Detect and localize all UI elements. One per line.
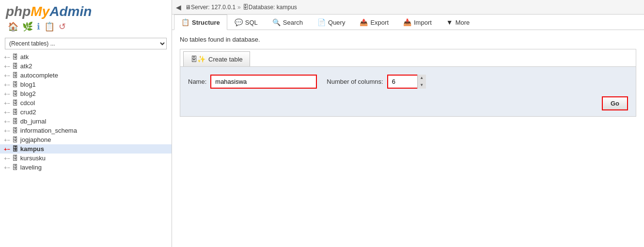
home-icon[interactable]: 🏠 bbox=[8, 21, 18, 32]
main-content: ◀ 🖥 Server: 127.0.0.1 » 🗄 Database: kamp… bbox=[172, 0, 644, 247]
sidebar-item-kursusku[interactable]: +− 🗄 kursusku bbox=[0, 154, 172, 163]
expand-icon: +− bbox=[4, 82, 10, 88]
create-table-icon: 🗄✨ bbox=[190, 55, 205, 63]
sidebar-item-information-schema[interactable]: +− 🗄 information_schema bbox=[0, 126, 172, 135]
logo-area: phpMyAdmin 🏠 🌿 ℹ 📋 ↺ bbox=[0, 0, 172, 35]
tab-sql-label: SQL bbox=[245, 19, 258, 26]
db-icon: 🗄 bbox=[12, 154, 18, 162]
sidebar-item-db-jurnal[interactable]: +− 🗄 db_jurnal bbox=[0, 117, 172, 126]
logo-php: php bbox=[6, 4, 31, 19]
topbar: ◀ 🖥 Server: 127.0.0.1 » 🗄 Database: kamp… bbox=[172, 0, 644, 15]
back-button[interactable]: ◀ bbox=[176, 3, 181, 11]
sidebar-item-label: blog2 bbox=[20, 90, 36, 97]
sidebar-item-blog1[interactable]: +− 🗄 blog1 bbox=[0, 80, 172, 89]
db-icon: 🗄 bbox=[12, 127, 18, 134]
form-row: Name: Number of columns: ▲ ▼ bbox=[188, 75, 628, 89]
database-icon: 🗄 bbox=[243, 4, 249, 11]
expand-icon: +− bbox=[4, 155, 10, 161]
sidebar-item-label: kampus bbox=[20, 145, 44, 153]
tab-import-label: Import bbox=[414, 19, 432, 26]
tab-search[interactable]: 🔍 Search bbox=[265, 15, 310, 30]
expand-icon: +− bbox=[4, 165, 10, 170]
tab-search-label: Search bbox=[283, 19, 303, 26]
expand-icon: +− bbox=[4, 109, 10, 115]
columns-spinner: ▲ ▼ bbox=[417, 75, 426, 89]
sql-tab-icon: 💬 bbox=[235, 18, 243, 26]
go-button[interactable]: Go bbox=[602, 96, 628, 110]
page-content: No tables found in database. 🗄✨ Create t… bbox=[172, 30, 644, 247]
sidebar-item-crud2[interactable]: +− 🗄 crud2 bbox=[0, 108, 172, 117]
search-tab-icon: 🔍 bbox=[272, 18, 281, 26]
tab-export[interactable]: 📤 Export bbox=[352, 15, 396, 30]
sidebar-item-label: cdcol bbox=[20, 99, 35, 107]
tab-structure-label: Structure bbox=[192, 19, 220, 26]
db-icon: 🗄 bbox=[12, 72, 18, 79]
sidebar-item-label: atk2 bbox=[20, 62, 32, 70]
tab-export-label: Export bbox=[370, 19, 389, 26]
create-table-button[interactable]: 🗄✨ Create table bbox=[183, 51, 250, 66]
expand-icon: +− bbox=[4, 128, 10, 134]
sidebar-item-label: blog1 bbox=[20, 81, 36, 88]
tab-query[interactable]: 📄 Query bbox=[310, 15, 352, 30]
sidebar-item-laveling[interactable]: +− 🗄 laveling bbox=[0, 163, 172, 172]
db-icon: 🗄 bbox=[12, 90, 18, 97]
expand-icon: +− bbox=[4, 54, 10, 60]
import-tab-icon: 📥 bbox=[403, 18, 411, 26]
db-icon: 🗄 bbox=[12, 145, 18, 153]
expand-icon: +− bbox=[4, 63, 10, 69]
sidebar-item-autocomplete[interactable]: +− 🗄 autocomplete bbox=[0, 71, 172, 80]
sidebar-item-atk[interactable]: +− 🗄 atk bbox=[0, 52, 172, 62]
server-icon: 🖥 bbox=[185, 4, 191, 11]
columns-spinner-wrap: ▲ ▼ bbox=[387, 75, 426, 89]
sidebar-item-label: atk bbox=[20, 53, 29, 61]
sidebar-item-label: information_schema bbox=[20, 127, 77, 134]
info-icon[interactable]: ℹ bbox=[37, 21, 40, 32]
sidebar-item-blog2[interactable]: +− 🗄 blog2 bbox=[0, 89, 172, 98]
db-icon: 🗄 bbox=[12, 62, 18, 70]
expand-icon: +− bbox=[4, 91, 10, 97]
columns-decrement[interactable]: ▼ bbox=[418, 82, 426, 89]
tab-sql[interactable]: 💬 SQL bbox=[227, 15, 265, 30]
path-separator: » bbox=[237, 4, 241, 11]
logo: phpMyAdmin bbox=[6, 5, 166, 18]
create-table-box: 🗄✨ Create table Name: Number of columns: bbox=[180, 49, 636, 117]
sidebar-item-atk2[interactable]: +− 🗄 atk2 bbox=[0, 62, 172, 71]
expand-icon: +− bbox=[4, 100, 10, 106]
sidebar-item-label: laveling bbox=[20, 164, 42, 171]
structure-tab-icon: 📋 bbox=[181, 18, 189, 26]
tab-import[interactable]: 📥 Import bbox=[396, 15, 439, 30]
name-input[interactable] bbox=[210, 75, 317, 89]
no-tables-message: No tables found in database. bbox=[180, 36, 636, 43]
leaf-icon[interactable]: 🌿 bbox=[22, 21, 33, 32]
query-tab-icon: 📄 bbox=[317, 18, 326, 26]
name-label: Name: bbox=[188, 78, 206, 85]
expand-icon: +− bbox=[4, 73, 10, 78]
sidebar-item-jogjaphone[interactable]: +− 🗄 jogjaphone bbox=[0, 135, 172, 144]
export-tab-icon: 📤 bbox=[360, 18, 368, 26]
db-icon: 🗄 bbox=[12, 81, 18, 88]
tab-structure[interactable]: 📋 Structure bbox=[174, 15, 227, 30]
columns-increment[interactable]: ▲ bbox=[418, 75, 426, 82]
db-icon: 🗄 bbox=[12, 136, 18, 143]
expand-icon: +− bbox=[4, 146, 10, 152]
db-icon: 🗄 bbox=[12, 164, 18, 171]
expand-icon: +− bbox=[4, 137, 10, 143]
sidebar-item-kampus[interactable]: +− 🗄 kampus bbox=[0, 144, 172, 154]
sidebar-item-label: crud2 bbox=[20, 108, 36, 116]
sidebar-item-label: db_jurnal bbox=[20, 118, 47, 125]
sidebar-item-cdcol[interactable]: +− 🗄 cdcol bbox=[0, 98, 172, 108]
recent-tables-select[interactable]: (Recent tables) ... bbox=[5, 38, 167, 49]
refresh-icon[interactable]: ↺ bbox=[59, 21, 66, 32]
create-table-body: Name: Number of columns: ▲ ▼ bbox=[180, 67, 636, 116]
tab-more[interactable]: ▼ More bbox=[439, 15, 477, 30]
more-tab-icon: ▼ bbox=[446, 18, 453, 26]
sidebar-item-label: kursusku bbox=[20, 154, 46, 162]
form-footer-row: Go bbox=[188, 96, 628, 110]
copy-icon[interactable]: 📋 bbox=[44, 21, 55, 32]
columns-field: Number of columns: ▲ ▼ bbox=[327, 75, 425, 89]
create-table-label: Create table bbox=[208, 56, 243, 63]
db-icon: 🗄 bbox=[12, 99, 18, 107]
create-table-header: 🗄✨ Create table bbox=[180, 49, 636, 67]
sidebar-scroll: +− 🗄 atk +− 🗄 atk2 +− 🗄 autocomplete +− … bbox=[0, 52, 172, 247]
tab-query-label: Query bbox=[328, 19, 345, 26]
